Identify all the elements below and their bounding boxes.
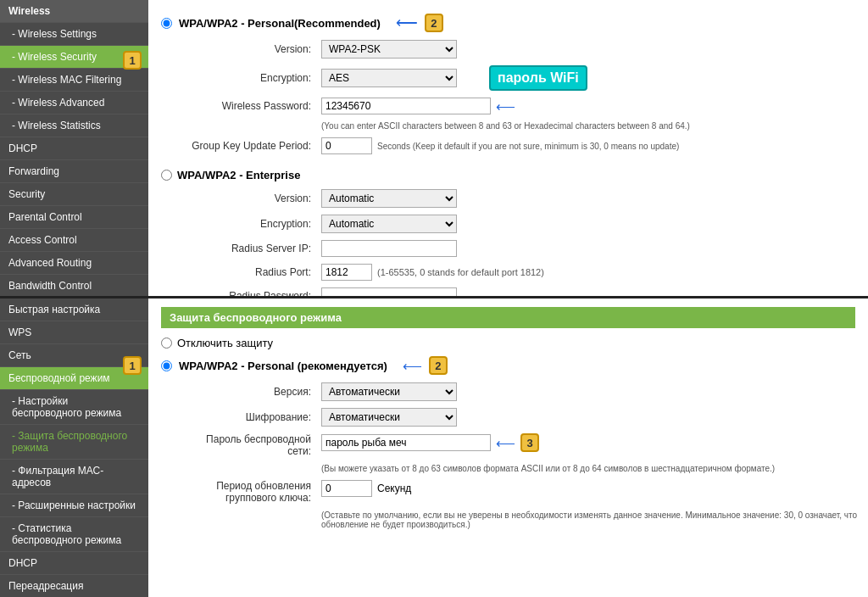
sidebar-item-wireless-settings[interactable]: - Wireless Settings xyxy=(0,23,148,46)
annotation-1-bottom: 1 xyxy=(123,356,142,375)
bottom-section-title: Защита беспроводного режима xyxy=(161,307,855,328)
password-input-ru[interactable] xyxy=(321,434,491,451)
radius-pwd-input[interactable] xyxy=(321,287,457,296)
top-main-content: WPA/WPA2 - Personal(Recommended) ⟵ 2 Ver… xyxy=(148,0,868,296)
radius-port-hint: (1-65535, 0 stands for default port 1812… xyxy=(377,267,544,277)
version-select[interactable]: WPA2-PSK xyxy=(321,40,457,59)
sidebar-item-wireless-advanced[interactable]: - Wireless Advanced xyxy=(0,92,148,114)
sidebar-item-quick[interactable]: Быстрая настройка xyxy=(0,298,148,321)
sidebar-item-adv-routing[interactable]: Advanced Routing xyxy=(0,252,148,275)
annotation-3-bottom: 3 xyxy=(520,433,539,452)
group-key-hint-personal: Seconds (Keep it default if you are not … xyxy=(377,142,679,151)
sidebar-item-forward-ru[interactable]: Переадресация xyxy=(0,575,148,597)
sidebar-item-access[interactable]: Access Control xyxy=(0,229,148,252)
version-label-ru: Версия: xyxy=(180,380,315,404)
sidebar-item-wireless-mac[interactable]: - Wireless MAC Filtering xyxy=(0,69,148,92)
sidebar-item-wps[interactable]: WPS xyxy=(0,321,148,344)
bottom-main-content: Защита беспроводного режима Отключить за… xyxy=(148,298,868,597)
ent-version-select[interactable]: Automatic xyxy=(321,189,457,208)
sidebar-item-stats-ru[interactable]: - Статистика беспроводного режима xyxy=(0,517,148,552)
password-hint: (You can enter ASCII characters between … xyxy=(317,119,868,133)
sidebar-item-dhcp[interactable]: DHCP xyxy=(0,137,148,160)
password-label: Wireless Password: xyxy=(180,95,315,117)
group-key-input-ru[interactable] xyxy=(321,480,372,497)
wpa-enterprise-form: Version: Automatic Encryption: Automatic xyxy=(178,185,868,296)
annotation-2-bottom: 2 xyxy=(429,356,448,375)
ent-encryption-select[interactable]: Automatic xyxy=(321,215,457,233)
ent-radius-ip-label: Radius Server IP: xyxy=(180,237,315,259)
sidebar-item-dhcp-ru[interactable]: DHCP xyxy=(0,552,148,575)
wifi-password-label: пароль WiFi xyxy=(489,65,587,91)
sidebar-item-bandwidth[interactable]: Bandwidth Control xyxy=(0,275,148,296)
sidebar-item-wireless-settings-ru[interactable]: - Настройки беспроводного режима xyxy=(0,390,148,425)
password-label-ru: Пароль беспроводной сети: xyxy=(180,431,315,460)
group-key-label-personal: Group Key Update Period: xyxy=(180,135,315,157)
encryption-label-ru: Шифрование: xyxy=(180,405,315,429)
sidebar-item-security[interactable]: Security xyxy=(0,183,148,206)
password-input[interactable] xyxy=(321,98,491,114)
version-label: Version: xyxy=(180,37,315,61)
group-key-hint-ru: (Оставьте по умолчанию, если вы не увере… xyxy=(317,508,868,532)
wpa-personal-label: WPA/WPA2 - Personal(Recommended) xyxy=(179,17,381,30)
wpa-personal-form: Version: WPA2-PSK Encryption: AES xyxy=(178,36,868,159)
disable-label: Отключить защиту xyxy=(177,337,273,349)
wpa-personal-radio-ru[interactable] xyxy=(161,360,172,371)
ent-encryption-label: Encryption: xyxy=(180,212,315,236)
encryption-select-ru[interactable]: Автоматически xyxy=(321,408,457,427)
wpa-enterprise-label: WPA/WPA2 - Enterprise xyxy=(177,169,300,181)
group-key-unit-ru: Секунд xyxy=(377,483,411,494)
annotation-2-top: 2 xyxy=(425,14,443,32)
wpa-personal-label-ru: WPA/WPA2 - Personal (рекомендуется) xyxy=(179,360,387,372)
wpa-personal-form-ru: Версия: Автоматически Шифрование: Автома… xyxy=(178,378,868,533)
group-key-label-ru: Период обновления группового ключа: xyxy=(180,477,315,506)
sidebar-item-mac-filter-ru[interactable]: - Фильтрация МАС-адресов xyxy=(0,460,148,494)
top-sidebar: Wireless - Wireless Settings - Wireless … xyxy=(0,0,148,296)
sidebar-item-wireless-stats[interactable]: - Wireless Statistics xyxy=(0,114,148,137)
arrow-to-annotation2: ⟵ xyxy=(396,14,418,32)
arrow-to-password-ru: ⟵ xyxy=(496,435,515,451)
radius-ip-input[interactable] xyxy=(321,240,457,257)
encryption-label: Encryption: xyxy=(180,63,315,93)
ent-radius-port-label: Radius Port: xyxy=(180,261,315,283)
bottom-sidebar: Быстрая настройка WPS Сеть Беспроводной … xyxy=(0,298,148,597)
sidebar-item-parental[interactable]: Parental Control xyxy=(0,206,148,229)
sidebar-item-forwarding[interactable]: Forwarding xyxy=(0,160,148,183)
arrow-annotation2-ru: ⟵ xyxy=(403,358,422,374)
sidebar-item-adv-settings-ru[interactable]: - Расширенные настройки xyxy=(0,494,148,517)
password-hint-ru: (Вы можете указать от 8 до 63 символов ф… xyxy=(317,461,868,476)
sidebar-item-wireless[interactable]: Wireless xyxy=(0,0,148,23)
encryption-select[interactable]: AES xyxy=(321,69,457,87)
ent-radius-pwd-label: Radius Password: xyxy=(180,285,315,296)
wpa-personal-radio[interactable] xyxy=(161,18,172,29)
group-key-input-personal[interactable] xyxy=(321,137,372,154)
arrow-to-password: ⟵ xyxy=(496,98,515,114)
version-select-ru[interactable]: Автоматически xyxy=(321,382,457,401)
disable-security-radio[interactable] xyxy=(161,338,172,349)
ent-version-label: Version: xyxy=(180,187,315,210)
sidebar-item-wireless-protect[interactable]: - Защита беспроводного режима xyxy=(0,425,148,460)
wpa-enterprise-radio[interactable] xyxy=(161,170,172,181)
radius-port-input[interactable] xyxy=(321,264,372,281)
